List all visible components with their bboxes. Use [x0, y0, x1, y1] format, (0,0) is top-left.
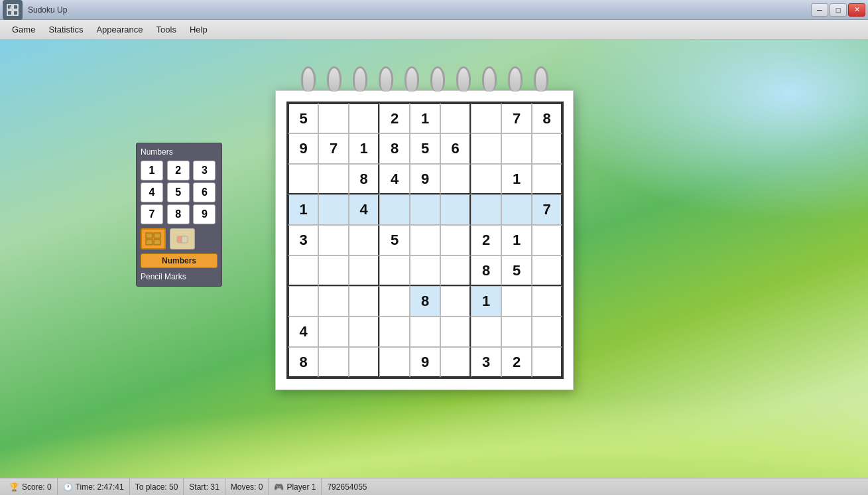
sudoku-cell[interactable]: 8	[349, 164, 379, 194]
sudoku-cell[interactable]	[471, 133, 501, 164]
sudoku-cell[interactable]: 5	[379, 225, 410, 255]
sudoku-cell[interactable]	[532, 286, 562, 317]
num-btn-2[interactable]: 2	[167, 161, 190, 180]
sudoku-cell[interactable]: 1	[349, 133, 379, 164]
sudoku-cell[interactable]	[440, 286, 471, 317]
num-btn-4[interactable]: 4	[141, 182, 163, 202]
sudoku-cell[interactable]	[440, 164, 471, 194]
pencil-marks-label[interactable]: Pencil Marks	[141, 272, 186, 281]
sudoku-cell[interactable]	[379, 255, 410, 286]
num-btn-5[interactable]: 5	[167, 182, 190, 202]
eraser-tool-btn[interactable]	[170, 228, 195, 249]
sudoku-cell[interactable]: 1	[471, 286, 501, 317]
sudoku-cell[interactable]: 1	[410, 103, 440, 133]
sudoku-cell[interactable]	[349, 317, 379, 347]
sudoku-cell[interactable]: 4	[288, 317, 318, 347]
sudoku-cell[interactable]: 3	[471, 347, 501, 378]
sudoku-cell[interactable]	[318, 103, 349, 133]
sudoku-cell[interactable]: 4	[349, 194, 379, 225]
sudoku-cell[interactable]: 2	[379, 103, 410, 133]
sudoku-cell[interactable]: 5	[288, 103, 318, 133]
num-btn-9[interactable]: 9	[193, 204, 216, 224]
sudoku-cell[interactable]	[349, 255, 379, 286]
sudoku-cell[interactable]	[318, 317, 349, 347]
sudoku-cell[interactable]: 7	[318, 133, 349, 164]
sudoku-cell[interactable]	[349, 225, 379, 255]
sudoku-cell[interactable]	[532, 347, 562, 378]
sudoku-cell[interactable]: 8	[532, 103, 562, 133]
sudoku-cell[interactable]	[318, 194, 349, 225]
sudoku-cell[interactable]	[379, 347, 410, 378]
sudoku-cell[interactable]: 4	[379, 164, 410, 194]
sudoku-cell[interactable]	[318, 286, 349, 317]
sudoku-cell[interactable]	[440, 194, 471, 225]
sudoku-cell[interactable]	[532, 225, 562, 255]
sudoku-cell[interactable]	[440, 347, 471, 378]
sudoku-cell[interactable]: 1	[501, 164, 532, 194]
sudoku-cell[interactable]	[349, 347, 379, 378]
sudoku-cell[interactable]	[318, 347, 349, 378]
menu-statistics[interactable]: Statistics	[42, 22, 90, 37]
sudoku-cell[interactable]	[410, 317, 440, 347]
sudoku-cell[interactable]	[471, 103, 501, 133]
grid-tool-btn[interactable]	[141, 228, 166, 249]
sudoku-cell[interactable]	[288, 255, 318, 286]
sudoku-cell[interactable]	[349, 286, 379, 317]
sudoku-cell[interactable]: 9	[410, 164, 440, 194]
sudoku-cell[interactable]	[288, 164, 318, 194]
sudoku-cell[interactable]: 8	[471, 255, 501, 286]
sudoku-cell[interactable]	[471, 164, 501, 194]
num-btn-3[interactable]: 3	[193, 161, 216, 180]
sudoku-cell[interactable]: 2	[501, 347, 532, 378]
sudoku-cell[interactable]	[349, 103, 379, 133]
sudoku-cell[interactable]: 8	[410, 286, 440, 317]
menu-tools[interactable]: Tools	[150, 22, 183, 37]
sudoku-cell[interactable]	[410, 255, 440, 286]
sudoku-cell[interactable]: 1	[501, 225, 532, 255]
sudoku-cell[interactable]	[440, 225, 471, 255]
sudoku-cell[interactable]: 1	[288, 194, 318, 225]
sudoku-cell[interactable]	[532, 317, 562, 347]
num-btn-7[interactable]: 7	[141, 204, 163, 224]
sudoku-cell[interactable]	[379, 194, 410, 225]
menu-game[interactable]: Game	[5, 22, 42, 37]
maximize-button[interactable]: □	[830, 3, 847, 17]
sudoku-cell[interactable]	[318, 164, 349, 194]
sudoku-cell[interactable]	[501, 286, 532, 317]
sudoku-cell[interactable]	[532, 164, 562, 194]
sudoku-cell[interactable]: 5	[501, 255, 532, 286]
sudoku-cell[interactable]	[410, 194, 440, 225]
numbers-mode-btn[interactable]: Numbers	[141, 253, 217, 268]
sudoku-cell[interactable]: 9	[288, 133, 318, 164]
num-btn-1[interactable]: 1	[141, 161, 163, 180]
sudoku-cell[interactable]	[318, 225, 349, 255]
sudoku-cell[interactable]	[440, 103, 471, 133]
sudoku-cell[interactable]: 7	[501, 103, 532, 133]
sudoku-cell[interactable]	[501, 133, 532, 164]
sudoku-cell[interactable]: 9	[410, 347, 440, 378]
sudoku-cell[interactable]	[288, 286, 318, 317]
sudoku-cell[interactable]: 2	[471, 225, 501, 255]
minimize-button[interactable]: ─	[811, 3, 828, 17]
sudoku-cell[interactable]: 8	[288, 347, 318, 378]
sudoku-cell[interactable]: 6	[440, 133, 471, 164]
sudoku-cell[interactable]	[318, 255, 349, 286]
sudoku-cell[interactable]	[471, 317, 501, 347]
close-button[interactable]: ✕	[848, 3, 865, 17]
menu-appearance[interactable]: Appearance	[90, 22, 149, 37]
sudoku-cell[interactable]	[440, 255, 471, 286]
sudoku-cell[interactable]	[379, 286, 410, 317]
sudoku-cell[interactable]: 3	[288, 225, 318, 255]
sudoku-cell[interactable]	[440, 317, 471, 347]
sudoku-cell[interactable]	[379, 317, 410, 347]
sudoku-cell[interactable]	[532, 133, 562, 164]
num-btn-6[interactable]: 6	[193, 182, 216, 202]
num-btn-8[interactable]: 8	[167, 204, 190, 224]
sudoku-cell[interactable]	[501, 194, 532, 225]
sudoku-cell[interactable]: 8	[379, 133, 410, 164]
sudoku-cell[interactable]	[501, 317, 532, 347]
sudoku-grid[interactable]: 5217897185684911473521858148932	[286, 102, 564, 379]
sudoku-cell[interactable]	[532, 255, 562, 286]
menu-help[interactable]: Help	[183, 22, 214, 37]
sudoku-cell[interactable]: 7	[532, 194, 562, 225]
